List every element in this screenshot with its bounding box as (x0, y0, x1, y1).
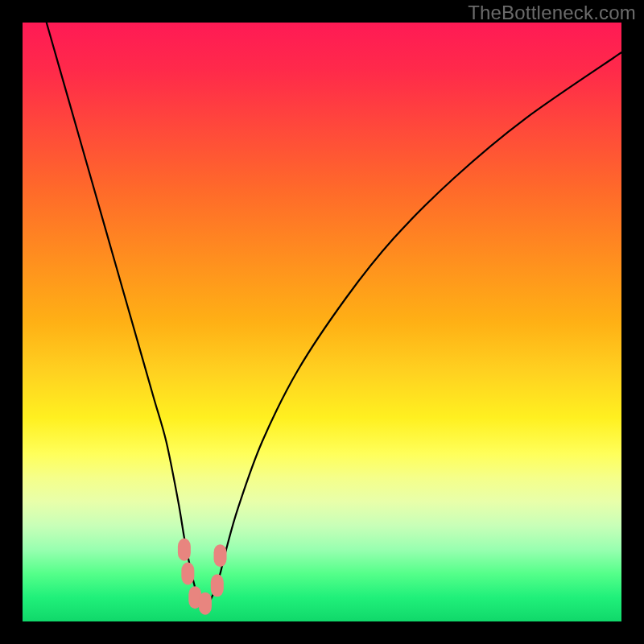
chart-container: TheBottleneck.com (0, 0, 644, 644)
right-marker-1 (211, 574, 224, 597)
curve-markers (178, 539, 227, 615)
left-marker-1 (178, 539, 191, 561)
watermark-text: TheBottleneck.com (468, 2, 636, 24)
bottom-marker-2 (199, 592, 212, 615)
curve-layer (23, 23, 621, 621)
right-marker-2 (214, 544, 227, 567)
left-marker-2 (181, 562, 194, 584)
bottleneck-curve (47, 23, 621, 605)
plot-area (23, 23, 621, 621)
